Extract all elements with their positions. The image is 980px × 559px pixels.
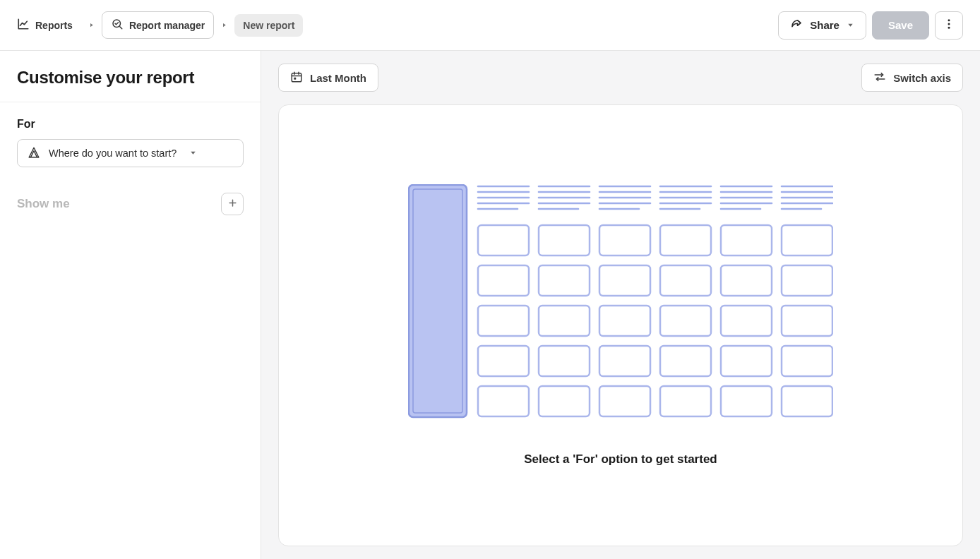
add-metric-button[interactable] xyxy=(221,193,244,215)
breadcrumb-new-report[interactable]: New report xyxy=(234,14,303,37)
svg-rect-50 xyxy=(478,306,529,336)
svg-rect-52 xyxy=(599,306,650,336)
empty-table-placeholder-icon xyxy=(408,184,833,419)
svg-rect-51 xyxy=(539,306,590,336)
compass-icon xyxy=(28,146,40,161)
body: Customise your report For Where do you w… xyxy=(0,51,980,559)
svg-rect-66 xyxy=(721,386,772,416)
svg-rect-47 xyxy=(660,265,711,296)
show-me-label: Show me xyxy=(17,197,70,211)
caret-down-icon xyxy=(189,148,197,159)
more-vertical-icon xyxy=(943,18,955,32)
svg-point-1 xyxy=(948,19,950,21)
main-toolbar: Last Month Switch axis xyxy=(278,64,963,92)
show-me-row: Show me xyxy=(17,193,244,215)
topbar: Reports Report manager New report xyxy=(0,0,980,51)
breadcrumb-manager-label: Report manager xyxy=(129,20,205,31)
sidebar-header: Customise your report xyxy=(0,51,261,102)
share-button[interactable]: Share xyxy=(778,11,866,40)
more-menu-button[interactable] xyxy=(935,11,963,40)
svg-rect-41 xyxy=(660,225,711,256)
for-placeholder: Where do you want to start? xyxy=(49,148,177,159)
svg-rect-61 xyxy=(782,346,832,376)
sidebar-body: For Where do you want to start? Show me xyxy=(0,102,261,231)
breadcrumb-report-manager[interactable]: Report manager xyxy=(102,11,214,39)
caret-down-icon xyxy=(847,19,854,31)
breadcrumb-new-label: New report xyxy=(243,20,294,31)
empty-state-caption: Select a 'For' option to get started xyxy=(524,452,717,467)
chevron-right-icon xyxy=(221,22,227,28)
svg-rect-40 xyxy=(599,225,650,256)
svg-rect-49 xyxy=(782,265,832,296)
svg-rect-57 xyxy=(539,346,590,376)
svg-rect-39 xyxy=(539,225,590,256)
breadcrumb-reports[interactable]: Reports xyxy=(17,12,81,38)
date-range-label: Last Month xyxy=(310,72,366,84)
svg-rect-59 xyxy=(660,346,711,376)
svg-rect-63 xyxy=(539,386,590,416)
breadcrumb: Reports Report manager New report xyxy=(17,11,303,39)
svg-rect-55 xyxy=(782,306,832,336)
svg-rect-38 xyxy=(478,225,529,256)
svg-rect-54 xyxy=(721,306,772,336)
svg-rect-48 xyxy=(721,265,772,296)
topbar-actions: Share Save xyxy=(778,11,963,40)
share-label: Share xyxy=(810,19,839,31)
date-range-button[interactable]: Last Month xyxy=(278,64,378,92)
svg-rect-7 xyxy=(413,189,462,413)
main: Last Month Switch axis xyxy=(261,51,980,559)
svg-rect-4 xyxy=(292,73,301,81)
svg-rect-58 xyxy=(599,346,650,376)
search-data-icon xyxy=(111,18,124,32)
svg-rect-67 xyxy=(782,386,832,416)
save-button[interactable]: Save xyxy=(872,11,929,40)
for-dropdown[interactable]: Where do you want to start? xyxy=(17,139,244,167)
svg-point-2 xyxy=(948,23,950,25)
switch-axis-label: Switch axis xyxy=(893,72,951,84)
svg-rect-45 xyxy=(539,265,590,296)
sidebar: Customise your report For Where do you w… xyxy=(0,51,261,559)
svg-rect-65 xyxy=(660,386,711,416)
page-title: Customise your report xyxy=(17,68,244,88)
svg-rect-42 xyxy=(721,225,772,256)
save-label: Save xyxy=(888,19,913,31)
svg-rect-44 xyxy=(478,265,529,296)
svg-rect-60 xyxy=(721,346,772,376)
breadcrumb-reports-label: Reports xyxy=(35,20,73,31)
svg-point-3 xyxy=(948,27,950,29)
swap-icon xyxy=(873,71,886,85)
svg-rect-64 xyxy=(599,386,650,416)
report-canvas: Select a 'For' option to get started xyxy=(278,104,963,546)
svg-rect-43 xyxy=(782,225,832,256)
plus-icon xyxy=(227,198,238,210)
for-label: For xyxy=(17,118,244,131)
chart-line-icon xyxy=(17,18,30,32)
chevron-right-icon xyxy=(88,22,95,28)
svg-rect-46 xyxy=(599,265,650,296)
svg-rect-53 xyxy=(660,306,711,336)
calendar-icon xyxy=(290,71,303,85)
share-icon xyxy=(790,18,803,32)
svg-rect-62 xyxy=(478,386,529,416)
svg-rect-56 xyxy=(478,346,529,376)
svg-rect-5 xyxy=(294,77,296,79)
switch-axis-button[interactable]: Switch axis xyxy=(861,64,963,92)
